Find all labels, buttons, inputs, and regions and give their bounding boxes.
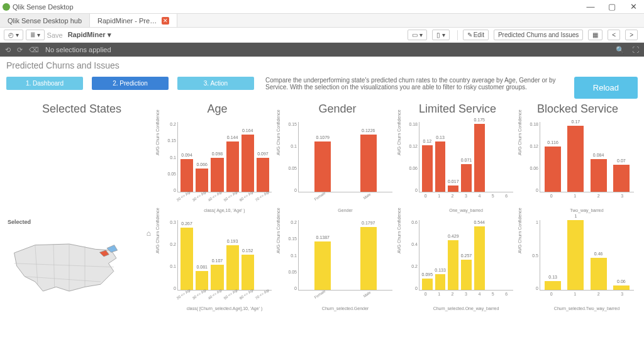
breadcrumb[interactable]: RapidMiner ▾ [68, 31, 111, 39]
main-toolbar: ◴ ▾ ≣ ▾ Save RapidMiner ▾ ▭ ▾ ▯ ▾ ✎Edit … [0, 28, 644, 43]
home-icon[interactable]: ⌂ [147, 229, 151, 238]
tab-rapidminer[interactable]: RapidMiner - Pre… ✕ [90, 14, 177, 27]
chart-age-bot[interactable]: AVG Churn Confidence0.30.20.100.2670.081… [157, 216, 275, 312]
sheet-title-button[interactable]: Predicted Churns and Issues [494, 30, 583, 40]
col-blocked: Blocked Service [518, 102, 638, 116]
states-top-panel [5, 117, 156, 215]
undo-selection-icon[interactable]: ⟲ [5, 46, 11, 54]
action-row: 1. Dashboard 2. Prediction 3. Action Com… [0, 74, 644, 99]
window-minimize-button[interactable]: — [580, 2, 601, 11]
compare-description: Compare the underperforming state's pred… [263, 77, 565, 91]
selections-tool-icon[interactable]: ⛶ [632, 46, 639, 54]
col-age: Age [157, 102, 277, 116]
next-sheet-button[interactable]: > [625, 30, 638, 40]
chart-blocked-bot[interactable]: AVG Churn Confidence10.500.1310.460.0601… [519, 216, 638, 312]
top-chart-row: AVG Churn Confidence0.20.150.10.0500.094… [0, 117, 644, 215]
selections-bar: ⟲ ⟳ ⌫ No selections applied 🔍 ⛶ [0, 43, 644, 57]
column-headers: Selected States Age Gender Limited Servi… [0, 99, 644, 117]
chart-limited-bot[interactable]: AVG Churn Confidence0.60.40.200.0950.133… [399, 216, 517, 312]
pencil-icon: ✎ [467, 31, 472, 38]
chart-gender-bot[interactable]: AVG Churn Confidence0.20.150.10.0500.138… [278, 216, 396, 312]
prev-sheet-button[interactable]: < [608, 30, 620, 40]
search-icon[interactable]: 🔍 [616, 46, 625, 54]
close-icon[interactable]: ✕ [162, 17, 169, 25]
window-maximize-button[interactable]: ▢ [601, 2, 623, 11]
selection-status: No selections applied [45, 46, 111, 53]
nav-menu-button[interactable]: ◴ ▾ [4, 30, 23, 40]
chart-gender-top[interactable]: AVG Churn Confidence0.150.10.0500.10790.… [278, 118, 396, 214]
save-button[interactable]: Save [47, 31, 63, 39]
bookmark-button[interactable]: ▭ ▾ [408, 30, 427, 40]
reload-button[interactable]: Reload [574, 77, 638, 99]
app-logo-icon [3, 3, 10, 11]
chart-limited-top[interactable]: AVG Churn Confidence0.180.120.0600.120.1… [399, 118, 517, 214]
chart-blocked-top[interactable]: AVG Churn Confidence0.180.120.0600.1160.… [519, 118, 638, 214]
col-limited: Limited Service [397, 102, 518, 116]
us-map[interactable]: ⌂ [6, 228, 155, 309]
sheets-grid-button[interactable]: ▦ [588, 30, 602, 40]
clear-selection-icon[interactable]: ⌫ [29, 46, 39, 54]
device-button[interactable]: ▯ ▾ [432, 30, 450, 40]
doc-tabs: Qlik Sense Desktop hub RapidMiner - Pre…… [0, 14, 644, 28]
chart-age-top[interactable]: AVG Churn Confidence0.20.150.10.0500.094… [157, 118, 275, 214]
tab-hub[interactable]: Qlik Sense Desktop hub [0, 14, 90, 27]
nav-action-button[interactable]: 3. Action [177, 77, 254, 90]
nav-prediction-button[interactable]: 2. Prediction [92, 77, 169, 90]
selected-label: Selected [6, 216, 155, 228]
bottom-chart-row: Selected ⌂ AVG Churn Confidence0.30.20.1… [0, 215, 644, 313]
list-menu-button[interactable]: ≣ ▾ [26, 30, 45, 40]
map-svg [6, 231, 132, 301]
window-title: Qlik Sense Desktop [13, 3, 74, 11]
states-bottom-panel: Selected ⌂ [5, 215, 156, 313]
edit-button[interactable]: ✎Edit [463, 30, 489, 40]
page-title: Predicted Churns and Issues [0, 57, 644, 74]
window-titlebar: Qlik Sense Desktop — ▢ ✕ [0, 0, 644, 14]
redo-selection-icon[interactable]: ⟳ [17, 46, 23, 54]
col-selected-states: Selected States [6, 102, 157, 116]
nav-dashboard-button[interactable]: 1. Dashboard [6, 77, 83, 90]
col-gender: Gender [277, 102, 397, 116]
window-close-button[interactable]: ✕ [623, 2, 644, 11]
